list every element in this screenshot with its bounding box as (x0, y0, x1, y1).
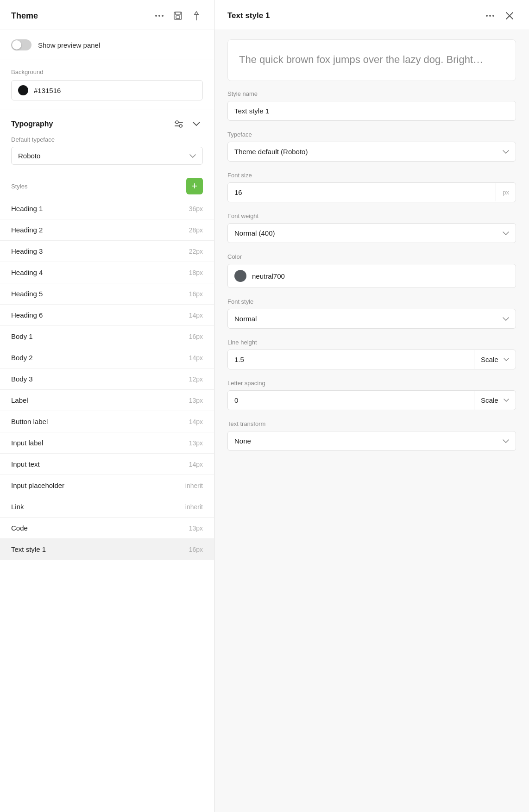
style-item-body1[interactable]: Body 1 16px (0, 326, 214, 347)
font-weight-select[interactable]: Normal (400) (227, 223, 516, 243)
preview-toggle-row: Show preview panel (0, 30, 214, 60)
letter-spacing-group: Letter spacing Scale (227, 380, 516, 410)
typeface-group: Typeface Theme default (Roboto) (227, 131, 516, 162)
right-close-icon[interactable] (503, 9, 516, 22)
background-color-dot (18, 85, 28, 95)
typeface-select[interactable]: Theme default (Roboto) (227, 142, 516, 162)
panel-header: Theme (0, 0, 214, 30)
style-item-text-style1[interactable]: Text style 1 16px (0, 539, 214, 560)
right-header-icons (484, 9, 516, 22)
styles-label: Styles (11, 183, 27, 190)
line-height-field: Scale (227, 350, 516, 369)
style-item-heading5[interactable]: Heading 5 16px (0, 283, 214, 305)
svg-point-0 (155, 15, 157, 17)
color-group: Color neutral700 (227, 253, 516, 288)
svg-point-10 (176, 121, 178, 124)
line-height-input[interactable] (228, 350, 474, 369)
svg-point-14 (492, 15, 494, 17)
text-transform-group: Text transform None (227, 420, 516, 451)
style-item-body3[interactable]: Body 3 12px (0, 369, 214, 390)
styles-header: Styles + (0, 170, 214, 198)
preview-toggle-label: Show preview panel (38, 41, 100, 49)
right-content: Style name Typeface Theme default (Robot… (214, 90, 529, 812)
header-icons (153, 9, 203, 22)
letter-spacing-unit: Scale (481, 396, 498, 404)
svg-point-12 (486, 15, 488, 17)
typeface-select-value: Theme default (Roboto) (234, 148, 308, 156)
font-style-value: Normal (234, 315, 257, 323)
letter-spacing-input[interactable] (228, 391, 474, 410)
font-style-group: Font style Normal (227, 298, 516, 329)
line-height-unit: Scale (481, 356, 498, 363)
preview-toggle[interactable] (11, 39, 31, 50)
letter-spacing-label: Letter spacing (227, 380, 516, 387)
svg-point-2 (162, 15, 164, 17)
style-item-heading4[interactable]: Heading 4 18px (0, 262, 214, 283)
right-panel-title: Text style 1 (227, 11, 270, 20)
font-weight-label: Font weight (227, 212, 516, 219)
typeface-section: Default typeface Roboto (0, 136, 214, 170)
typeface-label: Default typeface (11, 136, 203, 143)
more-options-icon[interactable] (153, 9, 166, 22)
svg-point-13 (489, 15, 491, 17)
style-item-body2[interactable]: Body 2 14px (0, 347, 214, 369)
font-style-label: Font style (227, 298, 516, 305)
background-color-input[interactable]: #131516 (11, 80, 203, 100)
typography-chevron-icon[interactable] (190, 118, 203, 131)
background-label: Background (11, 69, 203, 75)
style-item-label[interactable]: Label 13px (0, 390, 214, 411)
typeface-field-label: Typeface (227, 131, 516, 138)
style-item-input-placeholder[interactable]: Input placeholder inherit (0, 475, 214, 496)
background-color-value: #131516 (34, 87, 61, 94)
letter-spacing-unit-select[interactable]: Scale (474, 391, 516, 410)
typeface-value: Roboto (18, 152, 40, 160)
preview-text: The quick brown fox jumps over the lazy … (239, 53, 504, 67)
svg-point-1 (158, 15, 160, 17)
typeface-dropdown[interactable]: Roboto (11, 147, 203, 165)
font-weight-value: Normal (400) (234, 229, 275, 237)
style-item-heading3[interactable]: Heading 3 22px (0, 241, 214, 262)
line-height-group: Line height Scale (227, 339, 516, 369)
style-item-heading1[interactable]: Heading 1 36px (0, 198, 214, 219)
pin-icon[interactable] (190, 9, 203, 22)
style-item-link[interactable]: Link inherit (0, 496, 214, 518)
line-height-unit-select[interactable]: Scale (474, 350, 516, 369)
right-more-options-icon[interactable] (484, 9, 497, 22)
typography-icons (172, 118, 203, 131)
style-item-input-label[interactable]: Input label 13px (0, 432, 214, 454)
text-transform-value: None (234, 437, 251, 445)
font-style-select[interactable]: Normal (227, 309, 516, 329)
background-section: Background #131516 (0, 60, 214, 110)
svg-point-11 (179, 125, 182, 127)
color-label: Color (227, 253, 516, 260)
font-size-group: Font size px (227, 172, 516, 202)
color-select[interactable]: neutral700 (227, 264, 516, 288)
right-header: Text style 1 (214, 0, 529, 30)
style-name-group: Style name (227, 90, 516, 121)
color-value: neutral700 (252, 272, 285, 280)
add-style-button[interactable]: + (186, 178, 203, 194)
styles-list: Heading 1 36px Heading 2 28px Heading 3 … (0, 198, 214, 812)
style-item-heading6[interactable]: Heading 6 14px (0, 305, 214, 326)
style-item-button-label[interactable]: Button label 14px (0, 411, 214, 432)
svg-rect-5 (176, 16, 180, 19)
style-item-input-text[interactable]: Input text 14px (0, 454, 214, 475)
line-height-label: Line height (227, 339, 516, 346)
style-item-code[interactable]: Code 13px (0, 518, 214, 539)
typography-sliders-icon[interactable] (172, 118, 185, 131)
style-item-heading2[interactable]: Heading 2 28px (0, 219, 214, 241)
typography-title: Typography (11, 120, 53, 128)
svg-rect-4 (176, 12, 180, 15)
preview-box: The quick brown fox jumps over the lazy … (227, 39, 516, 81)
style-name-input[interactable] (227, 101, 516, 121)
font-size-row: px (227, 182, 516, 202)
text-transform-select[interactable]: None (227, 431, 516, 451)
panel-title: Theme (11, 11, 38, 21)
font-size-input[interactable] (228, 183, 496, 202)
typography-header: Typography (0, 110, 214, 136)
font-size-label: Font size (227, 172, 516, 179)
style-name-label: Style name (227, 90, 516, 97)
save-icon[interactable] (171, 9, 184, 22)
color-swatch (234, 270, 246, 282)
font-size-unit: px (496, 183, 516, 201)
